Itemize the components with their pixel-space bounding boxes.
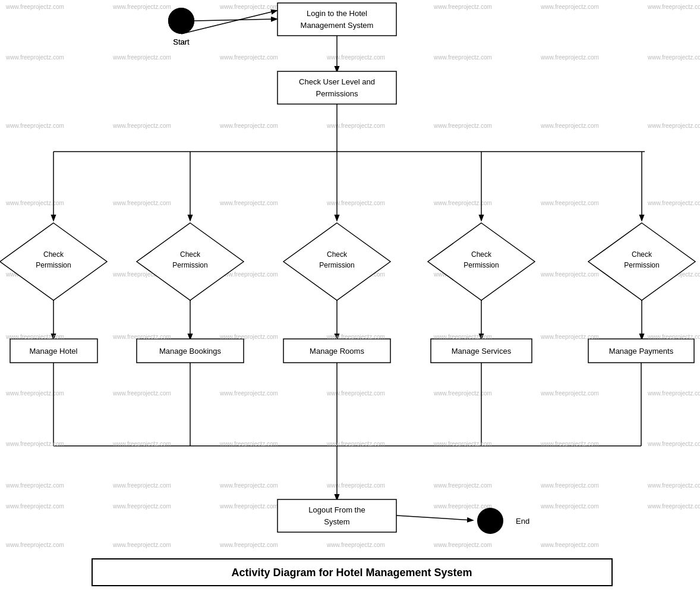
svg-text:www.freeprojectz.com: www.freeprojectz.com [326, 334, 385, 340]
perm2-text1: Check [180, 250, 201, 259]
svg-text:www.freeprojectz.com: www.freeprojectz.com [219, 122, 278, 129]
svg-text:www.freeprojectz.com: www.freeprojectz.com [219, 482, 278, 489]
svg-text:www.freeprojectz.com: www.freeprojectz.com [5, 441, 64, 447]
svg-text:www.freeprojectz.com: www.freeprojectz.com [433, 482, 492, 489]
svg-text:www.freeprojectz.com: www.freeprojectz.com [540, 271, 599, 278]
svg-text:www.freeprojectz.com: www.freeprojectz.com [219, 390, 278, 397]
logout-text2: System [324, 517, 349, 526]
manage-bookings-text: Manage Bookings [159, 347, 222, 356]
svg-text:www.freeprojectz.com: www.freeprojectz.com [433, 441, 492, 447]
svg-text:www.freeprojectz.com: www.freeprojectz.com [647, 122, 700, 129]
svg-text:www.freeprojectz.com: www.freeprojectz.com [433, 334, 492, 340]
svg-text:www.freeprojectz.com: www.freeprojectz.com [540, 542, 599, 548]
svg-text:www.freeprojectz.com: www.freeprojectz.com [647, 441, 700, 447]
start-label: Start [173, 37, 190, 46]
svg-text:www.freeprojectz.com: www.freeprojectz.com [112, 4, 171, 10]
login-text-line1: Login to the Hotel [307, 9, 367, 18]
svg-text:www.freeprojectz.com: www.freeprojectz.com [5, 122, 64, 129]
check-user-text2: Permissions [316, 89, 358, 98]
diagram-area: www.freeprojectz.com www.freeprojectz.co… [0, 0, 700, 591]
svg-text:www.freeprojectz.com: www.freeprojectz.com [112, 54, 171, 61]
perm4-text2: Permission [463, 261, 499, 269]
end-label: End [516, 517, 529, 526]
manage-rooms-text: Manage Rooms [310, 347, 364, 356]
perm5-text2: Permission [624, 261, 659, 269]
diagram-title: Activity Diagram for Hotel Management Sy… [231, 567, 472, 579]
svg-text:www.freeprojectz.com: www.freeprojectz.com [112, 441, 171, 447]
logout-text1: Logout From the [308, 505, 365, 514]
svg-text:www.freeprojectz.com: www.freeprojectz.com [433, 200, 492, 206]
perm1-text1: Check [43, 250, 64, 259]
svg-text:www.freeprojectz.com: www.freeprojectz.com [433, 542, 492, 548]
svg-text:www.freeprojectz.com: www.freeprojectz.com [326, 200, 385, 206]
svg-text:www.freeprojectz.com: www.freeprojectz.com [219, 441, 278, 447]
svg-text:www.freeprojectz.com: www.freeprojectz.com [326, 54, 385, 61]
svg-text:www.freeprojectz.com: www.freeprojectz.com [433, 4, 492, 10]
svg-line-56 [181, 11, 276, 34]
svg-text:www.freeprojectz.com: www.freeprojectz.com [647, 503, 700, 510]
perm3-text2: Permission [319, 261, 354, 269]
manage-hotel-text: Manage Hotel [30, 347, 78, 356]
svg-text:www.freeprojectz.com: www.freeprojectz.com [5, 390, 64, 397]
svg-text:www.freeprojectz.com: www.freeprojectz.com [433, 503, 492, 510]
svg-text:www.freeprojectz.com: www.freeprojectz.com [112, 334, 171, 340]
check-user-box [278, 71, 396, 104]
end-node [477, 508, 503, 534]
svg-text:www.freeprojectz.com: www.freeprojectz.com [540, 334, 599, 340]
svg-text:www.freeprojectz.com: www.freeprojectz.com [5, 503, 64, 510]
svg-text:www.freeprojectz.com: www.freeprojectz.com [647, 334, 700, 340]
svg-text:www.freeprojectz.com: www.freeprojectz.com [219, 4, 278, 10]
svg-text:www.freeprojectz.com: www.freeprojectz.com [5, 54, 64, 61]
manage-services-text: Manage Services [452, 347, 512, 356]
svg-text:www.freeprojectz.com: www.freeprojectz.com [219, 503, 278, 510]
svg-text:www.freeprojectz.com: www.freeprojectz.com [540, 503, 599, 510]
svg-text:www.freeprojectz.com: www.freeprojectz.com [5, 482, 64, 489]
start-node [168, 8, 194, 34]
logout-box [278, 499, 396, 532]
svg-text:www.freeprojectz.com: www.freeprojectz.com [219, 542, 278, 548]
login-box [278, 3, 396, 36]
svg-text:www.freeprojectz.com: www.freeprojectz.com [219, 54, 278, 61]
svg-text:www.freeprojectz.com: www.freeprojectz.com [112, 503, 171, 510]
perm1-text2: Permission [36, 261, 71, 269]
svg-text:www.freeprojectz.com: www.freeprojectz.com [5, 334, 64, 340]
activity-diagram-svg: www.freeprojectz.com www.freeprojectz.co… [0, 0, 700, 591]
svg-text:www.freeprojectz.com: www.freeprojectz.com [5, 200, 64, 206]
svg-text:www.freeprojectz.com: www.freeprojectz.com [540, 4, 599, 10]
svg-text:www.freeprojectz.com: www.freeprojectz.com [647, 200, 700, 206]
arrow-logout-to-end [396, 515, 472, 520]
svg-text:www.freeprojectz.com: www.freeprojectz.com [540, 390, 599, 397]
perm5-text1: Check [632, 250, 652, 259]
svg-text:www.freeprojectz.com: www.freeprojectz.com [647, 390, 700, 397]
svg-text:www.freeprojectz.com: www.freeprojectz.com [647, 4, 700, 10]
svg-text:www.freeprojectz.com: www.freeprojectz.com [112, 482, 171, 489]
svg-text:www.freeprojectz.com: www.freeprojectz.com [112, 122, 171, 129]
svg-text:www.freeprojectz.com: www.freeprojectz.com [433, 122, 492, 129]
svg-text:www.freeprojectz.com: www.freeprojectz.com [112, 542, 171, 548]
svg-text:www.freeprojectz.com: www.freeprojectz.com [540, 441, 599, 447]
svg-text:www.freeprojectz.com: www.freeprojectz.com [540, 122, 599, 129]
check-user-text1: Check User Level and [299, 77, 375, 86]
svg-text:www.freeprojectz.com: www.freeprojectz.com [219, 334, 278, 340]
svg-text:www.freeprojectz.com: www.freeprojectz.com [540, 482, 599, 489]
svg-text:www.freeprojectz.com: www.freeprojectz.com [326, 441, 385, 447]
svg-text:www.freeprojectz.com: www.freeprojectz.com [326, 482, 385, 489]
svg-text:www.freeprojectz.com: www.freeprojectz.com [647, 482, 700, 489]
svg-text:www.freeprojectz.com: www.freeprojectz.com [112, 390, 171, 397]
login-text-line2: Management System [301, 21, 374, 30]
perm4-text1: Check [471, 250, 492, 259]
perm2-text2: Permission [172, 261, 207, 269]
svg-text:www.freeprojectz.com: www.freeprojectz.com [540, 200, 599, 206]
svg-text:www.freeprojectz.com: www.freeprojectz.com [5, 4, 64, 10]
svg-text:www.freeprojectz.com: www.freeprojectz.com [647, 54, 700, 61]
svg-text:www.freeprojectz.com: www.freeprojectz.com [326, 122, 385, 129]
svg-text:www.freeprojectz.com: www.freeprojectz.com [540, 54, 599, 61]
svg-text:www.freeprojectz.com: www.freeprojectz.com [112, 200, 171, 206]
manage-payments-text: Manage Payments [609, 347, 674, 356]
svg-text:www.freeprojectz.com: www.freeprojectz.com [433, 390, 492, 397]
perm3-text1: Check [327, 250, 348, 259]
svg-text:www.freeprojectz.com: www.freeprojectz.com [5, 542, 64, 548]
svg-text:www.freeprojectz.com: www.freeprojectz.com [433, 54, 492, 61]
svg-text:www.freeprojectz.com: www.freeprojectz.com [326, 390, 385, 397]
svg-text:www.freeprojectz.com: www.freeprojectz.com [326, 542, 385, 548]
